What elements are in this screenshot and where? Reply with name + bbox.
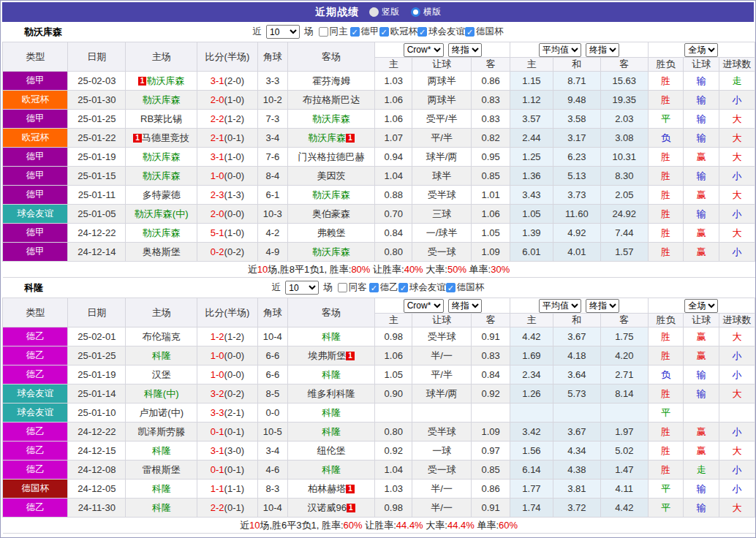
avg-type-select[interactable]: 平均值: [539, 299, 581, 313]
league-filter[interactable]: ✓德国杯: [446, 281, 485, 294]
checkbox-checked-icon[interactable]: ✓: [446, 283, 456, 292]
result-outcome: 胜: [648, 224, 684, 243]
odds-company-select[interactable]: Crow*: [404, 299, 444, 313]
league-filter[interactable]: ✓球会友谊: [398, 281, 446, 294]
avg-type-select[interactable]: 平均值: [539, 43, 581, 57]
league-filter[interactable]: ✓球会友谊: [417, 26, 465, 38]
checkbox-checked-icon[interactable]: ✓: [465, 27, 475, 37]
checkbox-checked-icon[interactable]: ✓: [417, 27, 427, 37]
odds-company-select[interactable]: Crow*: [404, 43, 444, 57]
checkbox-checked-icon[interactable]: ✓: [350, 27, 360, 37]
view-option[interactable]: 横版: [411, 6, 441, 18]
corners: 4-6: [258, 461, 288, 480]
odds-line: 球半/两: [412, 148, 472, 167]
score-cell: 3-1(2-0): [197, 72, 257, 91]
view-option[interactable]: 竖版: [369, 6, 399, 18]
league-filter[interactable]: ✓欧冠杯: [379, 26, 418, 38]
result-goals: 大: [719, 186, 755, 205]
checkbox-checked-icon[interactable]: ✓: [398, 283, 408, 292]
odds-select-group: Crow*终指: [375, 298, 510, 314]
league-badge: 欧冠杯: [3, 91, 68, 110]
same-venue-filter[interactable]: 同客: [338, 281, 367, 294]
odds-line: 受平/半: [412, 110, 472, 129]
home-team: 科隆(中): [126, 384, 197, 404]
away-team: 科隆: [287, 404, 375, 423]
league-badge: 球会友谊: [3, 205, 68, 224]
scope-select[interactable]: 全场: [684, 43, 718, 57]
col-header: 类型: [3, 298, 68, 327]
checkbox-unchecked-icon[interactable]: [338, 283, 347, 292]
avg-draw: 11.60: [553, 205, 600, 224]
radio-unselected-icon[interactable]: [411, 7, 420, 17]
result-handicap: 赢: [684, 186, 719, 205]
league-filter[interactable]: ✓德国杯: [465, 26, 504, 38]
league-filter[interactable]: ✓德甲: [350, 26, 379, 38]
filter-suffix-label: 场: [304, 26, 314, 38]
result-goals: 小: [719, 423, 755, 442]
result-handicap: 赢: [684, 243, 719, 262]
odds-home: 0.94: [375, 148, 412, 167]
score-cell: 3-1(1-0): [197, 148, 257, 167]
match-date: 25-01-19: [68, 148, 126, 167]
score-cell: 2-0(0-0): [197, 205, 257, 224]
odds-away: 0.83: [472, 346, 510, 365]
result-handicap: 赢: [684, 346, 719, 365]
scope-select[interactable]: 全场: [684, 299, 718, 313]
checkbox-checked-icon[interactable]: ✓: [369, 283, 379, 292]
odds-away: 0.83: [472, 91, 510, 110]
odds-line: 半/一: [412, 499, 472, 518]
odds-home: 0.70: [375, 205, 412, 224]
league-filter[interactable]: ✓德乙: [369, 281, 398, 294]
odds-line: 两球半: [412, 91, 472, 110]
home-team: 科隆: [126, 346, 197, 365]
odds-line: 半/一: [412, 346, 472, 365]
odds-time-select[interactable]: 终指: [448, 299, 482, 313]
odds-away: 1.09: [472, 243, 510, 262]
col-header: 主场: [126, 298, 197, 327]
col-header: 日期: [68, 42, 126, 72]
result-goals: 大: [719, 442, 755, 461]
result-goals: 大: [719, 327, 755, 346]
avg-draw: 4.92: [553, 224, 600, 243]
avg-time-select[interactable]: 终指: [586, 299, 619, 313]
away-team: 奥伯豪森: [287, 205, 375, 224]
avg-away: 4.11: [600, 480, 648, 499]
sub-col-header: 进球数: [719, 314, 755, 327]
filter-bar: 近 10 场 同主 ✓德甲✓欧冠杯✓球会友谊✓德国杯: [253, 25, 504, 39]
league-badge: 德乙: [3, 365, 68, 384]
away-team: 科隆: [287, 365, 375, 384]
avg-home: 3.57: [510, 110, 553, 129]
match-count-select[interactable]: 10: [266, 25, 300, 39]
score-cell: 0-2(0-2): [197, 243, 257, 262]
score-cell: 3-2(0-2): [197, 384, 257, 404]
score-cell: 1-0(0-0): [197, 346, 257, 365]
match-count-select[interactable]: 10: [285, 281, 319, 295]
avg-away: 1.97: [600, 423, 648, 442]
league-badge: 德乙: [3, 442, 68, 461]
fulltime-score: 2-1: [211, 132, 224, 143]
home-team: 布伦瑞克: [126, 327, 197, 346]
match-row: 德乙 24-11-30 科隆 2-2(0-1) 10-4 汉诺威961 0.98…: [3, 499, 755, 518]
same-venue-filter[interactable]: 同主: [319, 26, 348, 38]
filter-bar: 近 10 场 同客 ✓德乙✓球会友谊✓德国杯: [272, 281, 485, 295]
odds-line: 受半球: [412, 186, 472, 205]
sub-col-header: 让球: [684, 58, 719, 72]
odds-time-select[interactable]: 终指: [448, 43, 482, 57]
radio-selected-icon[interactable]: [369, 7, 379, 17]
result-handicap: 输: [684, 205, 719, 224]
halftime-score: (0-1): [224, 502, 244, 513]
rank-badge: 1: [346, 485, 355, 493]
match-date: 25-01-30: [68, 91, 126, 110]
away-team: 维多利科隆: [287, 384, 375, 404]
avg-select-group: 平均值终指: [510, 298, 649, 314]
halftime-score: (0-1): [224, 132, 244, 143]
checkbox-unchecked-icon[interactable]: [319, 27, 328, 37]
fulltime-score: 2-3: [211, 189, 224, 200]
avg-draw: 8.71: [553, 72, 600, 91]
result-outcome: 胜: [648, 423, 684, 442]
league-filters: ✓德甲✓欧冠杯✓球会友谊✓德国杯: [350, 26, 504, 38]
avg-time-select[interactable]: 终指: [586, 43, 619, 57]
result-goals: 小: [719, 346, 755, 365]
corners: 0-0: [258, 404, 288, 423]
checkbox-checked-icon[interactable]: ✓: [379, 27, 389, 37]
